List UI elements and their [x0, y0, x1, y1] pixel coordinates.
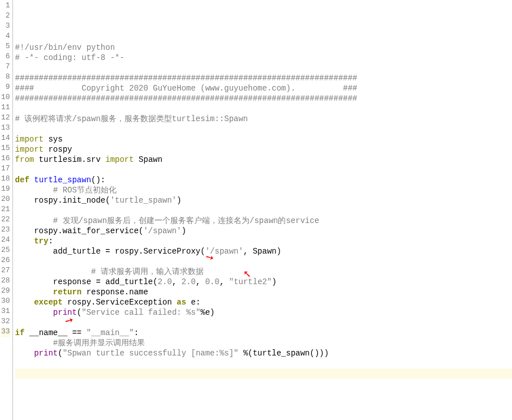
- line-number: 14: [1, 134, 10, 144]
- token-name: __name__ ==: [24, 328, 86, 337]
- line-number: 27: [1, 266, 10, 276]
- code-line[interactable]: [15, 124, 512, 134]
- token-name: ,: [172, 277, 182, 286]
- line-number: 4: [1, 32, 10, 42]
- code-line[interactable]: [15, 256, 512, 267]
- token-name: response.name: [81, 288, 148, 297]
- token-name: :: [134, 328, 139, 337]
- code-line[interactable]: import rospy: [15, 144, 512, 155]
- line-number: 9: [1, 83, 10, 93]
- token-comment: # 发现/spawn服务后，创建一个服务客户端，连接名为/spawn的servi…: [53, 216, 319, 225]
- token-name: Spawn: [134, 155, 162, 164]
- line-number: 19: [1, 185, 10, 195]
- token-number: 2.0: [182, 277, 196, 286]
- line-number: 30: [1, 297, 10, 307]
- code-line[interactable]: #服务调用并显示调用结果: [15, 338, 512, 348]
- token-comment: # -*- coding: utf-8 -*-: [15, 53, 124, 62]
- code-line[interactable]: rospy.init_node('turtle_spawn'): [15, 195, 512, 205]
- line-number: 2: [1, 11, 10, 22]
- line-number: 23: [1, 225, 10, 235]
- code-line[interactable]: ########################################…: [15, 73, 512, 83]
- code-line[interactable]: [15, 165, 512, 175]
- token-name: response = add_turtle(: [15, 277, 158, 286]
- token-comment: #服务调用并显示调用结果: [53, 338, 145, 348]
- token-comment: ########################################…: [15, 94, 358, 103]
- line-number: 16: [1, 154, 10, 164]
- code-line[interactable]: import sys: [15, 134, 512, 144]
- token-try: try: [34, 237, 48, 246]
- token-name: [15, 216, 53, 225]
- token-name: turtlesim.srv: [34, 155, 105, 164]
- line-number: 18: [1, 174, 10, 185]
- token-import: import: [15, 145, 44, 154]
- code-line[interactable]: # 该例程将请求/spawn服务，服务数据类型turtlesim::Spawn: [15, 114, 512, 124]
- code-line[interactable]: # 发现/spawn服务后，创建一个服务客户端，连接名为/spawn的servi…: [15, 216, 512, 226]
- code-line[interactable]: print("Service call failed: %s"%e): [15, 307, 512, 318]
- line-number: 13: [1, 123, 10, 134]
- code-line[interactable]: if __name__ == "__main__":: [15, 328, 512, 338]
- code-line[interactable]: [15, 368, 512, 379]
- token-name: ): [182, 226, 186, 235]
- token-string: "Spwan turtle successfully [name:%s]": [63, 349, 239, 358]
- line-number: 28: [1, 276, 10, 286]
- token-name: sys: [44, 135, 63, 144]
- line-number: 24: [1, 235, 10, 246]
- token-builtin: print: [53, 308, 77, 317]
- token-name: rospy: [44, 145, 72, 154]
- code-line[interactable]: [15, 318, 512, 328]
- line-number: 20: [1, 195, 10, 205]
- token-string: '/spawn': [143, 226, 181, 235]
- code-line[interactable]: [15, 358, 512, 368]
- line-number: 1: [1, 1, 10, 11]
- line-number-gutter: 1234567891011121314151617181920212223242…: [0, 0, 13, 420]
- line-number: 26: [1, 256, 10, 266]
- token-name: [15, 267, 91, 276]
- code-line[interactable]: try:: [15, 236, 512, 246]
- line-number: 3: [1, 22, 10, 32]
- code-line[interactable]: [15, 63, 512, 73]
- code-line[interactable]: #!/usr/bin/env python: [15, 42, 512, 53]
- code-line[interactable]: from turtlesim.srv import Spawn: [15, 155, 512, 165]
- token-name: [15, 186, 53, 195]
- token-name: [15, 298, 35, 307]
- token-if: if: [15, 328, 25, 337]
- token-number: 2.0: [158, 277, 172, 286]
- line-number: 32: [1, 317, 10, 327]
- token-name: [15, 288, 53, 297]
- token-name: (: [58, 349, 62, 358]
- code-line[interactable]: [15, 205, 512, 216]
- token-number: 0.0: [205, 277, 220, 286]
- token-name: [15, 308, 53, 317]
- line-number: 33: [1, 327, 10, 337]
- token-name: rospy.wait_for_service(: [15, 226, 144, 235]
- token-name: [29, 175, 34, 185]
- token-funcname: turtle_spawn: [34, 175, 91, 185]
- token-name: ): [177, 196, 181, 205]
- token-import: import: [105, 155, 134, 164]
- code-line[interactable]: # -*- coding: utf-8 -*-: [15, 53, 512, 63]
- line-number: 17: [1, 164, 10, 174]
- code-line[interactable]: return response.name: [15, 287, 512, 297]
- code-line[interactable]: def turtle_spawn():: [15, 175, 512, 185]
- token-string: "turtle2": [229, 277, 272, 286]
- token-name: [15, 237, 35, 246]
- token-name: [15, 338, 53, 348]
- token-string: "Service call failed: %s": [81, 308, 200, 317]
- code-line[interactable]: # ROS节点初始化: [15, 185, 512, 195]
- line-number: 29: [1, 286, 10, 297]
- token-comment: #### Copyright 2020 GuYueHome (www.guyue…: [15, 84, 358, 93]
- token-name: :: [48, 237, 53, 246]
- line-number: 21: [1, 205, 10, 215]
- code-line[interactable]: #### Copyright 2020 GuYueHome (www.guyue…: [15, 83, 512, 93]
- code-line[interactable]: # 请求服务调用，输入请求数据: [15, 267, 512, 277]
- code-line[interactable]: response = add_turtle(2.0, 2.0, 0.0, "tu…: [15, 277, 512, 287]
- line-number: 25: [1, 246, 10, 256]
- code-line[interactable]: ########################################…: [15, 93, 512, 104]
- code-line[interactable]: except rospy.ServiceException as e:: [15, 297, 512, 307]
- code-editor-area[interactable]: ➘ ➘ ➘ #!/usr/bin/env python# -*- coding:…: [13, 0, 512, 420]
- code-line[interactable]: rospy.wait_for_service('/spawn'): [15, 226, 512, 236]
- token-as: as: [177, 298, 186, 307]
- code-line[interactable]: add_turtle = rospy.ServiceProxy('/spawn'…: [15, 246, 512, 256]
- code-line[interactable]: print("Spwan turtle successfully [name:%…: [15, 348, 512, 358]
- code-line[interactable]: [15, 104, 512, 114]
